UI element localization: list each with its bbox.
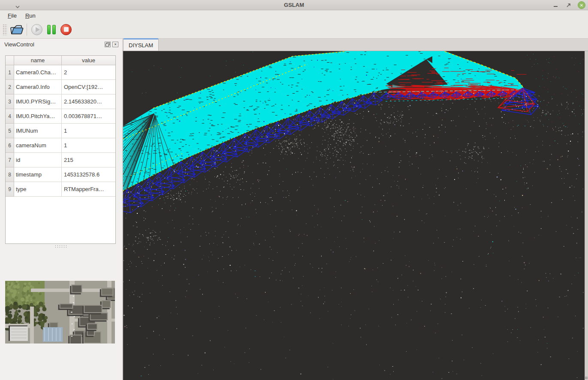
resize-grip[interactable]: [585, 377, 588, 379]
table-body: 1Camera0.Cha…22Camera0.InfoOpenCV:[192…3…: [6, 65, 115, 197]
row-number: 4: [6, 109, 14, 124]
folder-icon: [10, 24, 24, 36]
splitter-handle[interactable]: [54, 245, 67, 248]
cell-name[interactable]: type: [14, 182, 62, 197]
stop-button[interactable]: [59, 22, 73, 37]
main-area: DIYSLAM: [122, 39, 588, 380]
pause-icon: [47, 25, 56, 34]
row-number: 6: [6, 138, 14, 153]
tab-bar: DIYSLAM: [122, 39, 588, 51]
slam-3d-viewport[interactable]: [123, 51, 585, 380]
pause-button[interactable]: [44, 22, 59, 37]
table-row[interactable]: 3IMU0.PYRSig…2.145633820…: [6, 94, 115, 109]
menu-item-run[interactable]: Run: [21, 12, 40, 20]
dock-float-button[interactable]: [105, 42, 111, 47]
table-corner: [6, 56, 14, 65]
table-row[interactable]: 9typeRTMapperFra…: [6, 182, 115, 197]
table-row[interactable]: 6cameraNum1: [6, 138, 115, 153]
cell-value[interactable]: 1: [62, 138, 115, 153]
aerial-map-preview: [5, 281, 115, 344]
row-number: 7: [6, 153, 14, 167]
table-row[interactable]: 4IMU0.PitchYa…0.003678871…: [6, 109, 115, 124]
float-icon: [106, 43, 110, 46]
cell-name[interactable]: timestamp: [14, 167, 62, 182]
close-button[interactable]: ✕: [578, 1, 585, 9]
stop-icon: [60, 24, 72, 35]
table-header-row: name value: [6, 56, 115, 65]
cell-name[interactable]: IMU0.PitchYa…: [14, 109, 62, 124]
open-dataset-button[interactable]: [9, 22, 24, 37]
table-row[interactable]: 5IMUNum1: [6, 124, 115, 138]
maximize-icon: [566, 3, 571, 8]
cell-name[interactable]: Camera0.Cha…: [14, 65, 62, 80]
dock-title: ViewControl: [4, 41, 34, 48]
cell-value[interactable]: RTMapperFra…: [62, 182, 115, 197]
table-row[interactable]: 1Camera0.Cha…2: [6, 65, 115, 80]
viewcontrol-dock: ViewControl ✕ name value 1Camera0.Cha…22…: [0, 39, 122, 380]
row-number: 8: [6, 167, 14, 182]
cell-name[interactable]: IMU0.PYRSig…: [14, 94, 62, 109]
column-header-name[interactable]: name: [14, 56, 62, 65]
cell-name[interactable]: cameraNum: [14, 138, 62, 153]
table-row[interactable]: 8timestamp1453132578.6: [6, 167, 115, 182]
menu-item-file[interactable]: File: [3, 12, 21, 20]
cell-value[interactable]: OpenCV:[192…: [62, 80, 115, 94]
minimize-button[interactable]: [552, 2, 559, 9]
toolbar-drag-handle[interactable]: [3, 24, 7, 35]
play-icon: [31, 24, 42, 35]
cell-name[interactable]: IMUNum: [14, 124, 62, 138]
dock-close-button[interactable]: ✕: [112, 42, 118, 47]
maximize-button[interactable]: [565, 2, 572, 9]
property-table: name value 1Camera0.Cha…22Camera0.InfoOp…: [5, 55, 116, 244]
cell-value[interactable]: 0.003678871…: [62, 109, 115, 124]
row-number: 5: [6, 124, 14, 138]
tab-label: DIYSLAM: [129, 42, 153, 49]
gslam-window: GSLAM ✕ FileRun: [0, 0, 588, 380]
play-button[interactable]: [30, 22, 44, 37]
window-title: GSLAM: [0, 2, 588, 8]
cell-value[interactable]: 2.145633820…: [62, 94, 115, 109]
cell-value[interactable]: 1: [62, 124, 115, 138]
column-header-value[interactable]: value: [62, 56, 115, 65]
toolbar-separator: [27, 24, 27, 36]
cell-value[interactable]: 1453132578.6: [62, 167, 115, 182]
table-row[interactable]: 2Camera0.InfoOpenCV:[192…: [6, 80, 115, 94]
toolbar: [0, 21, 588, 39]
minimize-icon: [554, 6, 558, 7]
close-icon: ✕: [580, 3, 583, 8]
gl-pane: [122, 51, 588, 380]
cell-name[interactable]: id: [14, 153, 62, 167]
table-row[interactable]: 7id215: [6, 153, 115, 167]
dock-header: ViewControl ✕: [0, 39, 122, 51]
row-number: 1: [6, 65, 14, 80]
cell-value[interactable]: 215: [62, 153, 115, 167]
titlebar: GSLAM ✕: [0, 0, 588, 10]
dock-close-icon: ✕: [114, 43, 117, 46]
cell-name[interactable]: Camera0.Info: [14, 80, 62, 94]
cell-value[interactable]: 2: [62, 65, 115, 80]
menubar: FileRun: [0, 11, 588, 21]
row-number: 2: [6, 80, 14, 94]
pane-right-frame: [585, 51, 588, 380]
row-number: 9: [6, 182, 14, 197]
row-number: 3: [6, 94, 14, 109]
tab-diyslam[interactable]: DIYSLAM: [123, 38, 159, 51]
